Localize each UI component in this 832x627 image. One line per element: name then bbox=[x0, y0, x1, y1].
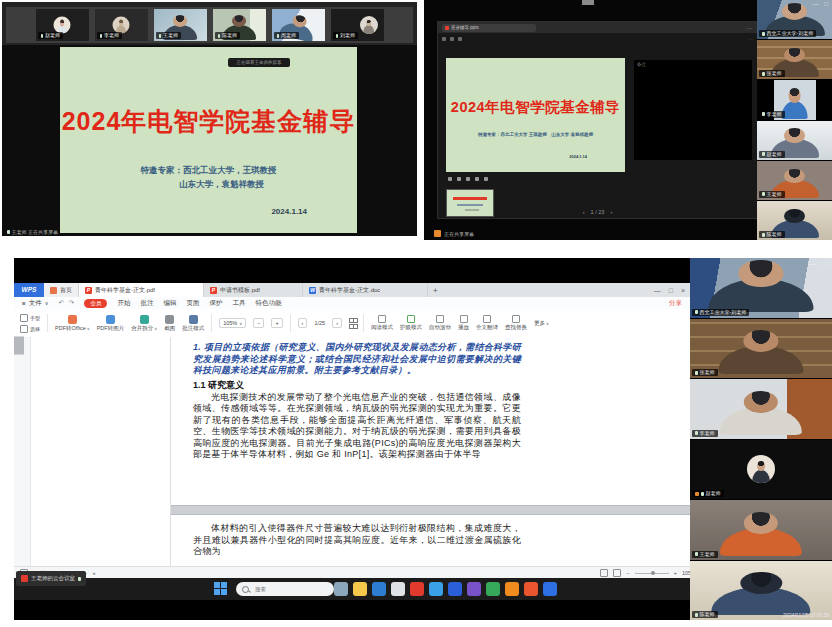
more-button[interactable]: 更多 ∨ bbox=[534, 320, 549, 327]
menu-page[interactable]: 页面 bbox=[186, 299, 199, 308]
participant-video[interactable]: 李老师 bbox=[690, 379, 832, 439]
menu-annotate[interactable]: 批注 bbox=[140, 299, 153, 308]
page-indicator[interactable]: 1/25 bbox=[314, 320, 325, 326]
app-icon-cloud[interactable] bbox=[543, 582, 557, 596]
eraser-icon[interactable] bbox=[457, 177, 461, 181]
tool-icon[interactable] bbox=[450, 37, 454, 41]
wps-nav-pane[interactable] bbox=[31, 337, 171, 566]
menu-features[interactable]: 特色功能 bbox=[255, 299, 281, 308]
play-button[interactable]: 播放 bbox=[458, 315, 469, 331]
tool-icon[interactable] bbox=[442, 37, 446, 41]
last-page-button[interactable]: » bbox=[92, 570, 95, 576]
page-layout-icon[interactable] bbox=[349, 318, 356, 329]
annotate-mode-button[interactable]: 批注模式 bbox=[182, 315, 204, 332]
meeting-floating-pill[interactable]: 王老师的云会议室 bbox=[16, 571, 86, 586]
participant-video[interactable]: 李老师 bbox=[95, 9, 148, 41]
mic-toggle-icon[interactable] bbox=[484, 177, 488, 181]
document-tab[interactable]: 基金辅导.pptx bbox=[442, 24, 536, 32]
participant-video[interactable]: 陈老师 2024/01/15 10:09:38 bbox=[690, 561, 832, 621]
participant-video[interactable]: 陈老师 bbox=[213, 9, 266, 41]
app-icon-docs[interactable] bbox=[448, 582, 462, 596]
app-icon-notes[interactable] bbox=[391, 582, 405, 596]
pdf-page-area[interactable]: 1. 项目的立项依据（研究意义、国内外研究现状及发展动态分析，需结合科学研究发展… bbox=[171, 337, 690, 566]
new-tab-button[interactable]: + bbox=[428, 286, 443, 295]
participant-video[interactable]: 周老师 bbox=[272, 9, 325, 41]
participant-video[interactable]: 王老师 bbox=[690, 500, 832, 560]
app-icon-design[interactable] bbox=[467, 582, 481, 596]
zoom-slider[interactable] bbox=[635, 573, 669, 574]
app-icon-office[interactable] bbox=[505, 582, 519, 596]
menu-edit[interactable]: 编辑 bbox=[163, 299, 176, 308]
participant-video[interactable]: 赵老师 bbox=[36, 9, 89, 41]
participant-video[interactable]: 陈老师 bbox=[757, 201, 832, 240]
file-menu[interactable]: ≡ 文件 ∨ bbox=[22, 299, 48, 308]
search-input[interactable] bbox=[253, 585, 317, 593]
select-tool[interactable]: 选择 bbox=[20, 325, 40, 333]
pen-icon[interactable] bbox=[448, 177, 452, 181]
participant-video[interactable]: 王老师 bbox=[154, 9, 207, 41]
search-box[interactable] bbox=[236, 582, 334, 596]
redo-icon[interactable]: ↷ bbox=[69, 299, 74, 307]
read-mode-button[interactable]: 阅读模式 bbox=[371, 315, 393, 331]
participant-video[interactable]: 张老师 bbox=[690, 319, 832, 379]
pdf-to-office-button[interactable]: PDF转Office ∨ bbox=[55, 315, 90, 332]
app-icon-chat[interactable] bbox=[334, 582, 348, 596]
zoom-select[interactable]: 105% ∨ bbox=[219, 318, 246, 328]
app-icon-mail[interactable] bbox=[429, 582, 443, 596]
translate-button[interactable]: 全文翻译 bbox=[476, 315, 498, 331]
app-icon-browser[interactable] bbox=[372, 582, 386, 596]
participant-video[interactable]: 张老师 bbox=[757, 40, 832, 79]
tab-home[interactable]: 首页 bbox=[44, 283, 79, 297]
zoom-in-button[interactable]: + bbox=[271, 318, 282, 328]
zoom-out-button[interactable]: − bbox=[626, 570, 629, 576]
app-icon-wechat[interactable] bbox=[486, 582, 500, 596]
attachment-icon[interactable] bbox=[22, 336, 24, 355]
app-icon-explorer[interactable] bbox=[353, 582, 367, 596]
menu-protect[interactable]: 保护 bbox=[209, 299, 222, 308]
tab-document-pdf-2[interactable]: P 申请书模板.pdf bbox=[204, 283, 303, 297]
laser-icon[interactable] bbox=[466, 177, 470, 181]
pdf-to-image-button[interactable]: PDF转图片 bbox=[97, 315, 125, 332]
tool-icon[interactable] bbox=[458, 37, 462, 41]
participant-video[interactable]: 西北工业大学-刘老师 — □ bbox=[690, 258, 832, 318]
share-banner[interactable]: 正在观看王老师的屏幕 bbox=[228, 58, 290, 67]
prev-slide-button[interactable]: ‹ bbox=[583, 209, 585, 215]
app-icon-music[interactable] bbox=[410, 582, 424, 596]
single-page-view-icon[interactable] bbox=[600, 569, 608, 577]
participant-video[interactable]: 刘老师 bbox=[331, 9, 384, 41]
wps-logo-button[interactable]: WPS bbox=[14, 283, 44, 297]
double-page-view-icon[interactable] bbox=[613, 569, 621, 577]
tab-document-doc[interactable]: W 青年科学基金-正文.doc bbox=[303, 283, 428, 297]
window-controls[interactable]: — □ bbox=[812, 1, 828, 7]
window-controls[interactable]: — □ × bbox=[654, 287, 685, 294]
participant-video[interactable]: 赵老师 bbox=[757, 121, 832, 160]
next-slide-button[interactable]: › bbox=[610, 209, 612, 215]
share-button[interactable]: 分享 bbox=[669, 299, 682, 308]
window-controls[interactable]: — □ bbox=[809, 260, 827, 267]
find-replace-button[interactable]: 查找替换 bbox=[505, 315, 527, 331]
hand-tool[interactable]: 手型 bbox=[20, 314, 40, 322]
participant-video[interactable]: 西北工业大学-刘老师 — □ bbox=[757, 0, 832, 39]
prev-page-button[interactable]: ‹ bbox=[298, 318, 308, 328]
undo-icon[interactable]: ↶ bbox=[58, 299, 63, 307]
auto-scroll-button[interactable]: 自动滚动 bbox=[429, 315, 451, 331]
next-page-button[interactable]: › bbox=[332, 318, 342, 328]
zoom-in-button[interactable]: + bbox=[674, 570, 677, 576]
participant-video[interactable]: 李老师 bbox=[757, 80, 832, 119]
start-button[interactable] bbox=[214, 582, 227, 595]
tab-document-pdf[interactable]: P 青年科学基金-正文.pdf bbox=[79, 283, 204, 297]
screenshot-button[interactable]: 截图 bbox=[164, 315, 175, 332]
shape-icon[interactable] bbox=[475, 177, 479, 181]
merge-split-button[interactable]: 合并拆分 ∨ bbox=[131, 315, 157, 332]
participant-video[interactable]: 赵老师 bbox=[690, 440, 832, 500]
menu-tools[interactable]: 工具 bbox=[232, 299, 245, 308]
participant-video[interactable]: 王老师 bbox=[757, 161, 832, 200]
menu-start[interactable]: 开始 bbox=[117, 299, 130, 308]
app-icon-meeting[interactable] bbox=[524, 582, 538, 596]
mic-icon bbox=[701, 492, 704, 496]
ellipsis-icon[interactable]: ⋯ bbox=[746, 24, 752, 31]
ellipsis-icon[interactable]: ⋯ bbox=[748, 36, 753, 42]
vip-badge[interactable]: 会员 bbox=[84, 299, 107, 308]
zoom-out-button[interactable]: − bbox=[253, 318, 264, 328]
eye-care-button[interactable]: 护眼模式 bbox=[400, 315, 422, 331]
